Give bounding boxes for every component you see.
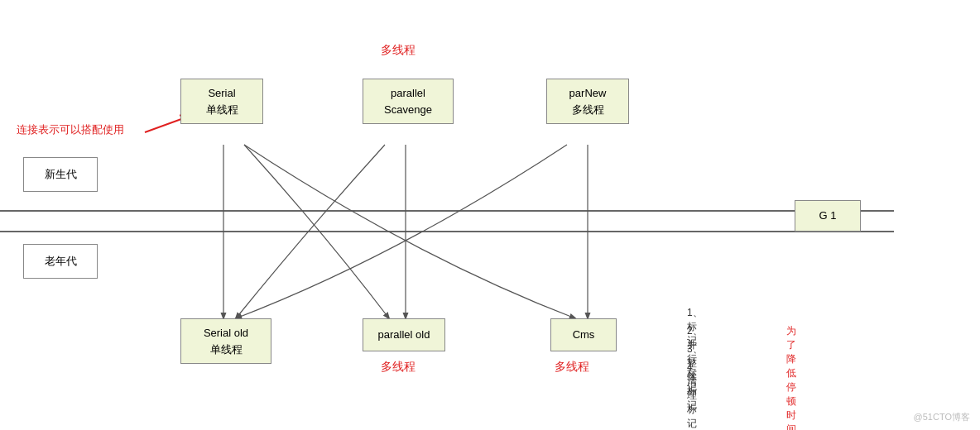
- parallel-scavenge-box: parallel Scavenge: [363, 79, 454, 124]
- young-gen-box: 新生代: [23, 157, 98, 192]
- multi-thread-bottom2-label: 多线程: [555, 360, 589, 375]
- connection-note-label: 连接表示可以搭配使用: [17, 122, 124, 137]
- multi-thread-bottom1-label: 多线程: [381, 360, 416, 375]
- cms-label: Cms: [573, 327, 595, 343]
- par-new-label1: parNew: [569, 85, 607, 102]
- par-new-label2: 多线程: [572, 102, 604, 118]
- serial-old-label1: Serial old: [204, 325, 248, 342]
- serial-new-box: Serial 单线程: [180, 79, 263, 124]
- serial-old-box: Serial old 单线程: [180, 318, 271, 364]
- serial-old-label2: 单线程: [210, 342, 243, 358]
- annotation-title: 为了降低停顿时间: [786, 324, 796, 430]
- serial-new-label1: Serial: [208, 85, 235, 102]
- par-new-box: parNew 多线程: [546, 79, 629, 124]
- parallel-scavenge-label1: parallel: [391, 85, 425, 102]
- parallel-scavenge-label2: Scavenge: [384, 102, 432, 118]
- parallel-old-box: parallel old: [363, 318, 445, 351]
- g1-label: G 1: [819, 208, 837, 224]
- serial-new-label2: 单线程: [206, 102, 238, 118]
- watermark: @51CTO博客: [914, 411, 970, 423]
- multi-thread-top-label: 多线程: [381, 43, 416, 58]
- diagram-container: 连接表示可以搭配使用 多线程 Serial 单线程 parallel Scave…: [0, 0, 980, 430]
- parallel-old-label: parallel old: [378, 327, 430, 343]
- old-gen-box: 老年代: [23, 244, 98, 279]
- g1-box: G 1: [795, 200, 861, 232]
- young-gen-label: 新生代: [45, 167, 77, 182]
- step4-label: 4、清理标记: [687, 361, 703, 430]
- old-gen-label: 老年代: [45, 254, 77, 269]
- cms-box: Cms: [550, 318, 617, 351]
